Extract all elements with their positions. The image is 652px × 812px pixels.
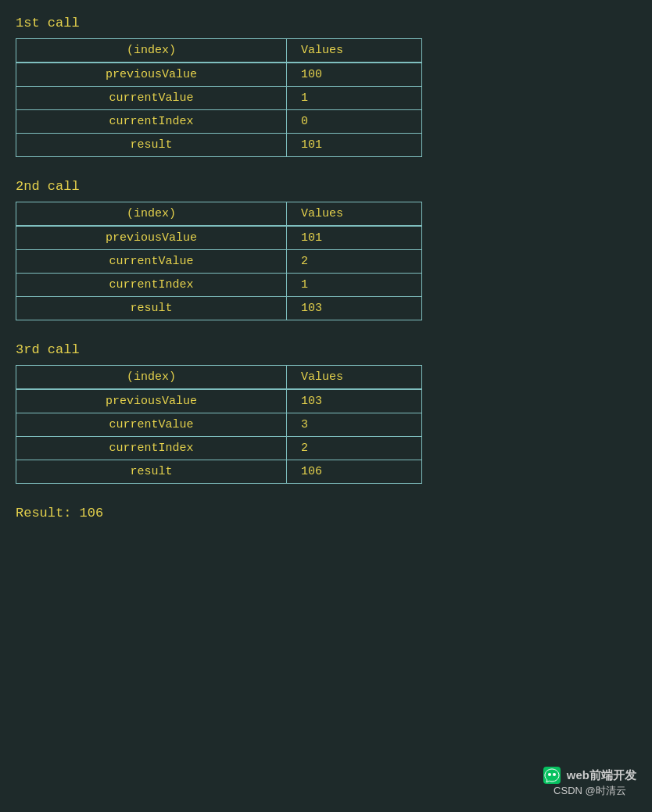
table-cell-index: previousValue [16, 226, 287, 250]
table-row: currentIndex2 [16, 437, 422, 460]
table-cell-value: 106 [287, 460, 422, 484]
table-cell-index: currentIndex [16, 110, 287, 134]
table-header-index: (index) [16, 202, 287, 227]
table-header-index: (index) [16, 366, 287, 390]
table-header-values: Values [287, 366, 422, 390]
call-table-3: (index)ValuespreviousValue103currentValu… [16, 365, 422, 484]
call-title-2: 2nd call [16, 179, 636, 194]
table-cell-value: 100 [287, 63, 422, 87]
table-row: previousValue100 [16, 63, 422, 87]
call-title-1: 1st call [16, 16, 636, 30]
table-row: result101 [16, 134, 422, 157]
table-cell-value: 101 [287, 226, 422, 250]
table-row: result106 [16, 460, 422, 484]
table-cell-value: 1 [287, 274, 422, 297]
table-cell-value: 2 [287, 437, 422, 460]
call-section-1: 1st call(index)ValuespreviousValue100cur… [16, 16, 636, 157]
table-row: previousValue101 [16, 226, 422, 250]
table-row: result103 [16, 297, 422, 320]
table-cell-value: 101 [287, 134, 422, 157]
table-cell-value: 103 [287, 297, 422, 320]
table-cell-index: result [16, 134, 287, 157]
table-header-index: (index) [16, 39, 287, 63]
table-cell-value: 3 [287, 413, 422, 437]
watermark: web前端开发 CSDN @时清云 [543, 767, 636, 798]
table-cell-index: previousValue [16, 389, 287, 413]
table-cell-index: currentIndex [16, 437, 287, 460]
table-row: previousValue103 [16, 389, 422, 413]
call-section-2: 2nd call(index)ValuespreviousValue101cur… [16, 179, 636, 320]
table-cell-value: 1 [287, 87, 422, 110]
table-cell-index: result [16, 297, 287, 320]
table-row: currentValue1 [16, 87, 422, 110]
call-table-1: (index)ValuespreviousValue100currentValu… [16, 38, 422, 157]
watermark-title: web前端开发 [567, 768, 636, 783]
table-cell-index: currentValue [16, 413, 287, 437]
table-cell-index: currentIndex [16, 274, 287, 297]
table-row: currentIndex1 [16, 274, 422, 297]
call-title-3: 3rd call [16, 342, 636, 357]
call-table-2: (index)ValuespreviousValue101currentValu… [16, 202, 422, 320]
table-cell-value: 0 [287, 110, 422, 134]
table-cell-index: result [16, 460, 287, 484]
watermark-subtitle: CSDN @时清云 [543, 784, 636, 798]
table-cell-index: currentValue [16, 250, 287, 274]
table-cell-value: 103 [287, 389, 422, 413]
table-row: currentValue2 [16, 250, 422, 274]
svg-point-0 [548, 773, 551, 776]
call-section-3: 3rd call(index)ValuespreviousValue103cur… [16, 342, 636, 484]
table-row: currentValue3 [16, 413, 422, 437]
svg-point-1 [553, 773, 556, 776]
table-cell-value: 2 [287, 250, 422, 274]
result-line: Result: 106 [16, 506, 636, 520]
table-cell-index: currentValue [16, 87, 287, 110]
wechat-icon [543, 767, 561, 784]
table-cell-index: previousValue [16, 63, 287, 87]
table-header-values: Values [287, 39, 422, 63]
table-row: currentIndex0 [16, 110, 422, 134]
table-header-values: Values [287, 202, 422, 227]
